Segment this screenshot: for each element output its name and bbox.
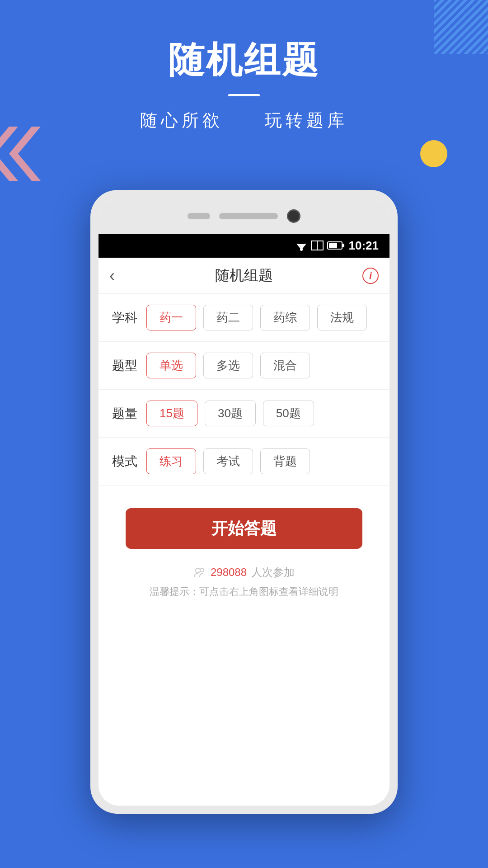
phone-mockup: 10:21 ‹ 随机组题 i 学科 药一 药二 药综	[90, 190, 398, 814]
svg-point-5	[300, 248, 303, 251]
back-button[interactable]: ‹	[109, 266, 115, 285]
svg-point-9	[200, 568, 204, 572]
filter-row-subject: 学科 药一 药二 药综 法规	[99, 294, 389, 342]
phone-screen: 10:21 ‹ 随机组题 i 学科 药一 药二 药综	[99, 233, 389, 806]
main-title: 随机组题	[0, 36, 488, 85]
app-nav-bar: ‹ 随机组题 i	[99, 258, 389, 294]
participants-row: 298088 人次参加	[99, 558, 389, 583]
bg-circle-decoration	[420, 140, 447, 167]
status-time: 10:21	[349, 239, 379, 253]
tag-mode-exam[interactable]: 考试	[203, 448, 253, 474]
filter-label-subject: 学科	[112, 309, 139, 326]
tag-type-1[interactable]: 单选	[146, 353, 196, 378]
filter-row-mode: 模式 练习 考试 背题	[99, 438, 389, 486]
info-button[interactable]: i	[362, 268, 379, 284]
tag-mode-memorize[interactable]: 背题	[260, 448, 310, 474]
tag-count-30[interactable]: 30题	[205, 401, 256, 426]
phone-camera	[287, 209, 300, 223]
tag-count-15[interactable]: 15题	[146, 401, 197, 426]
header-section: 随机组题 随心所欲 玩转题库	[0, 36, 488, 132]
filter-label-mode: 模式	[112, 453, 139, 470]
subtitle-part1: 随心所欲	[140, 111, 223, 130]
tag-type-3[interactable]: 混合	[260, 353, 310, 378]
battery-icon	[327, 241, 343, 250]
subtitle: 随心所欲 玩转题库	[0, 109, 488, 132]
tag-subject-1[interactable]: 药一	[146, 305, 196, 330]
subtitle-part2: 玩转题库	[265, 111, 348, 130]
filter-label-type: 题型	[112, 357, 139, 374]
start-button-section: 开始答题	[99, 486, 389, 558]
status-icons: 10:21	[295, 239, 379, 253]
filter-section: 学科 药一 药二 药综 法规 题型 单选 多选 混合	[99, 294, 389, 486]
participants-count: 298088	[211, 566, 247, 579]
tag-mode-practice[interactable]: 练习	[146, 448, 196, 474]
participants-suffix: 人次参加	[251, 565, 295, 580]
filter-row-type: 题型 单选 多选 混合	[99, 342, 389, 390]
start-answer-button[interactable]: 开始答题	[126, 508, 362, 549]
signal-icon	[311, 241, 324, 250]
tag-subject-2[interactable]: 药二	[203, 305, 253, 330]
filter-label-count: 题量	[112, 405, 139, 422]
tag-count-50[interactable]: 50题	[263, 401, 314, 426]
tag-type-2[interactable]: 多选	[203, 353, 253, 378]
filter-tags-mode: 练习 考试 背题	[146, 448, 310, 474]
status-bar: 10:21	[99, 233, 389, 258]
filter-tags-type: 单选 多选 混合	[146, 353, 310, 378]
nav-title: 随机组题	[215, 266, 273, 286]
tag-subject-3[interactable]: 药综	[260, 305, 310, 330]
svg-marker-1	[9, 127, 41, 181]
bg-chevrons-decoration	[0, 127, 59, 181]
phone-inner: 10:21 ‹ 随机组题 i 学科 药一 药二 药综	[99, 198, 389, 806]
tag-subject-4[interactable]: 法规	[317, 305, 367, 330]
phone-hardware-bar	[99, 198, 389, 234]
svg-point-8	[196, 568, 200, 573]
participants-icon	[193, 566, 206, 579]
phone-speaker-small	[188, 213, 210, 219]
filter-tags-count: 15题 30题 50题	[146, 401, 314, 426]
phone-speaker-main	[219, 213, 278, 219]
hint-text: 温馨提示：可点击右上角图标查看详细说明	[99, 583, 389, 608]
title-divider	[228, 94, 260, 96]
filter-tags-subject: 药一 药二 药综 法规	[146, 305, 367, 330]
filter-row-count: 题量 15题 30题 50题	[99, 390, 389, 438]
wifi-icon	[295, 240, 308, 251]
